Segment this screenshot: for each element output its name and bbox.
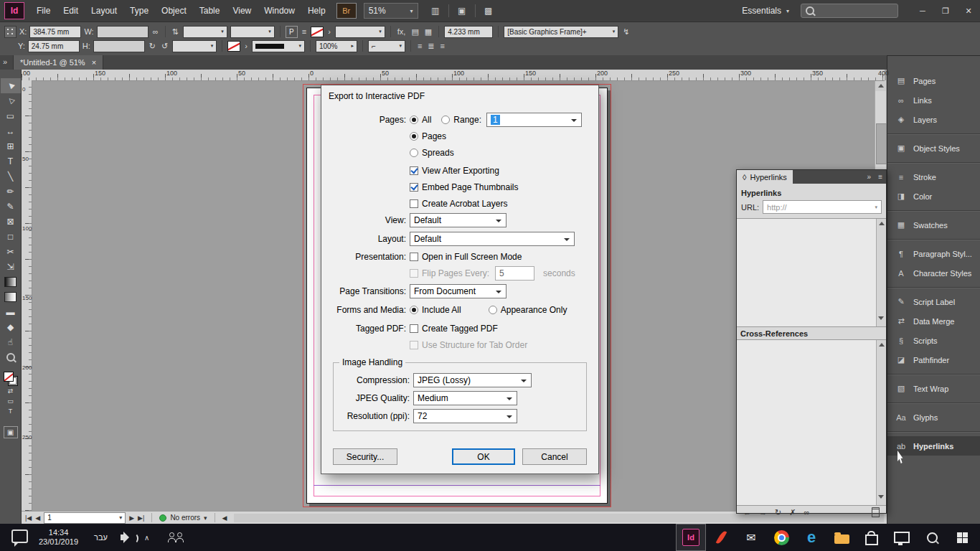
layout-dropdown[interactable]: Default — [410, 232, 575, 246]
close-tab-icon[interactable]: × — [92, 58, 96, 67]
taskbar-search[interactable] — [917, 524, 947, 551]
zoom-tool[interactable] — [1, 349, 21, 364]
formatting-text-icon[interactable]: T — [9, 406, 13, 416]
align-center-icon[interactable]: ≣ — [426, 42, 435, 51]
taskbar-edge[interactable]: e — [796, 524, 826, 551]
ruler-guide[interactable] — [314, 485, 600, 486]
all-radio[interactable] — [410, 116, 418, 124]
list-scrollbar[interactable] — [876, 219, 886, 326]
object-style-dropdown[interactable]: [Basic Graphics Frame]+ ▾ — [504, 26, 618, 38]
dock-item-data-merge[interactable]: ⇄ Data Merge — [887, 311, 980, 331]
rotate-cw-icon[interactable]: ↻ — [148, 42, 157, 51]
gradient-feather-tool[interactable] — [1, 289, 21, 304]
direct-selection-tool[interactable]: ▷ — [1, 93, 21, 108]
dock-item-layers[interactable]: ◈ Layers — [887, 110, 980, 129]
note-tool[interactable]: ▬ — [1, 304, 21, 319]
delete-icon[interactable]: ✗ — [789, 508, 796, 517]
compression-dropdown[interactable]: JPEG (Lossy) — [413, 373, 532, 387]
line-tool[interactable]: ╲ — [1, 169, 21, 184]
taskbar-mail[interactable]: ✉ — [736, 524, 766, 551]
opacity-dropdown[interactable]: 100% ▸ — [316, 40, 357, 52]
create-hyperlink-icon[interactable]: ∞ — [804, 508, 809, 517]
next-page-button[interactable]: ▶ — [129, 514, 134, 522]
arrange-documents-icon[interactable]: ▩ — [480, 4, 497, 18]
scrollbar-thumb[interactable] — [876, 123, 887, 164]
taskbar-task-view[interactable] — [887, 524, 917, 551]
flip-vertical-icon[interactable]: ⇅ — [171, 27, 180, 37]
preflight-menu-icon[interactable]: ▾ — [204, 514, 207, 522]
dock-item-stroke[interactable]: ≡ Stroke — [887, 167, 980, 187]
free-transform-tool[interactable]: ⇲ — [1, 259, 21, 274]
pages-radio[interactable] — [410, 132, 418, 141]
selection-tool[interactable]: ▶ — [1, 78, 21, 93]
jpeg-quality-dropdown[interactable]: Medium — [413, 391, 517, 405]
dock-item-character-styles[interactable]: A Character Styles — [887, 263, 980, 283]
panel-menu-icon[interactable]: ≡ — [875, 173, 886, 181]
page-transitions-dropdown[interactable]: From Document — [410, 284, 507, 298]
dock-item-hyperlinks[interactable]: ab Hyperlinks — [887, 436, 980, 456]
close-button[interactable]: ✕ — [957, 0, 980, 22]
gap-value-field[interactable]: 4.233 mm — [444, 26, 493, 38]
corner-options-dropdown[interactable]: ⌐▾ — [368, 40, 405, 52]
restore-button[interactable]: ❐ — [934, 0, 957, 22]
menu-table[interactable]: Table — [193, 0, 227, 22]
dock-item-object-styles[interactable]: ▣ Object Styles — [887, 138, 980, 158]
height-field[interactable] — [93, 40, 145, 52]
vertical-ruler[interactable]: 0 50 100 150 200 250 — [22, 80, 32, 511]
dock-item-pages[interactable]: ▤ Pages — [887, 71, 980, 90]
quick-apply-icon[interactable]: ↯ — [621, 27, 631, 37]
screen-mode-button[interactable]: ▣ — [4, 426, 18, 438]
update-icon[interactable]: ↻ — [775, 508, 781, 517]
search-input[interactable] — [801, 4, 898, 18]
align-icon[interactable]: ≡ — [301, 27, 308, 36]
scroll-up-button[interactable] — [875, 80, 886, 91]
menu-window[interactable]: Window — [258, 0, 301, 22]
range-radio[interactable] — [441, 116, 450, 124]
zoom-level-dropdown[interactable]: 51% ▾ — [364, 3, 418, 19]
list-scrollbar[interactable] — [876, 340, 886, 505]
ok-button[interactable]: OK — [452, 448, 515, 465]
url-input[interactable]: http:// ▾ — [763, 200, 882, 214]
go-to-source-icon[interactable]: ← — [743, 508, 751, 517]
dock-item-links[interactable]: ∞ Links — [887, 90, 980, 110]
menu-file[interactable]: File — [30, 0, 57, 22]
menu-object[interactable]: Object — [155, 0, 193, 22]
type-tool[interactable]: T — [1, 154, 21, 169]
stroke-type-dropdown[interactable]: ▾ — [335, 26, 385, 38]
trash-icon[interactable] — [872, 507, 880, 517]
language-indicator[interactable]: עבר — [94, 533, 108, 542]
appearance-only-radio[interactable] — [489, 306, 497, 314]
horizontal-scroll-left-button[interactable]: ◀ — [222, 514, 227, 522]
y-position-field[interactable]: 24.75 mm — [28, 40, 80, 52]
workspace-switcher[interactable]: Essentials ▾ — [742, 6, 789, 16]
formatting-container-icon[interactable]: ▭ — [7, 396, 14, 406]
eyedropper-tool[interactable]: ◆ — [1, 319, 21, 334]
rotation-angle-dropdown[interactable]: ▾ — [172, 40, 217, 52]
dock-item-swatches[interactable]: ▦ Swatches — [887, 215, 980, 235]
hidden-icons-chevron[interactable]: ∧ — [144, 534, 149, 542]
gradient-swatch-tool[interactable] — [1, 274, 21, 289]
view-after-exporting-checkbox[interactable] — [410, 166, 418, 175]
effects-icon[interactable]: fx, — [396, 27, 407, 36]
hyperlinks-panel-tab[interactable]: ◊ Hyperlinks — [737, 170, 793, 184]
dock-item-glyphs[interactable]: Aa Glyphs — [887, 408, 980, 427]
dock-item-paragraph-styles[interactable]: ¶ Paragraph Styl... — [887, 244, 980, 263]
rotate-ccw-icon[interactable]: ↺ — [160, 42, 169, 51]
screen-mode-icon[interactable]: ▣ — [453, 4, 471, 18]
volume-icon[interactable] — [121, 534, 124, 540]
expand-icon[interactable]: › — [326, 27, 332, 36]
text-wrap-icon[interactable]: ▤ — [410, 27, 420, 37]
dock-item-script-label[interactable]: ✎ Script Label — [887, 292, 980, 311]
minimize-button[interactable]: ─ — [911, 0, 934, 22]
expand-icon[interactable]: › — [243, 42, 249, 50]
fill-stroke-swatches[interactable] — [4, 372, 18, 386]
spreads-radio[interactable] — [410, 149, 418, 157]
start-button[interactable] — [947, 524, 977, 551]
menu-help[interactable]: Help — [301, 0, 332, 22]
last-page-button[interactable]: ▶| — [138, 514, 144, 522]
view-dropdown[interactable]: Default — [410, 213, 507, 227]
create-tagged-pdf-checkbox[interactable] — [410, 324, 418, 333]
pen-tool[interactable]: ✏ — [1, 184, 21, 199]
people-icon[interactable] — [168, 532, 183, 542]
fullscreen-checkbox[interactable] — [410, 253, 418, 261]
